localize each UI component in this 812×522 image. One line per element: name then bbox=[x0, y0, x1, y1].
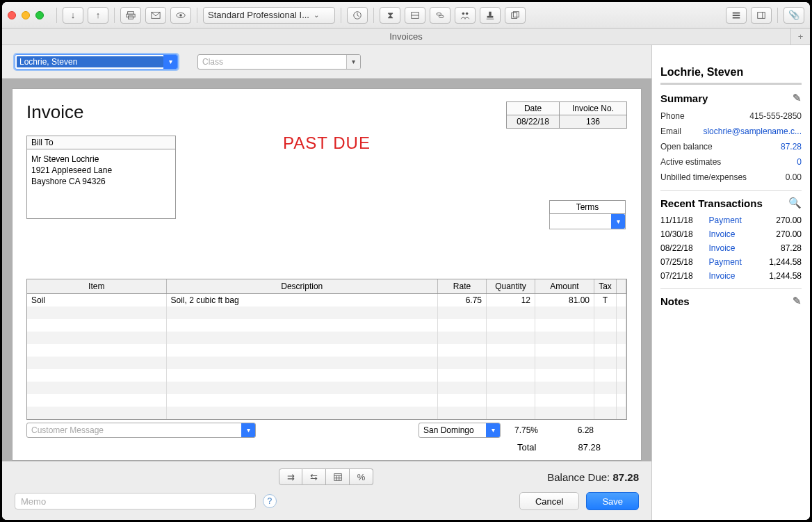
cell-rate[interactable]: 6.75 bbox=[438, 294, 487, 307]
minimize-window-button[interactable] bbox=[22, 11, 30, 19]
divider bbox=[660, 83, 802, 85]
svg-rect-21 bbox=[758, 12, 765, 18]
svg-point-10 bbox=[439, 15, 444, 18]
cell-tax[interactable]: T bbox=[594, 294, 617, 307]
close-window-button[interactable] bbox=[8, 11, 16, 19]
transaction-row[interactable]: 07/21/18Invoice1,244.58 bbox=[660, 269, 802, 283]
drawer-button[interactable] bbox=[405, 7, 425, 24]
panel-icon bbox=[756, 10, 766, 20]
payment-button[interactable] bbox=[430, 7, 450, 24]
invno-value[interactable]: 136 bbox=[560, 115, 626, 128]
active-estimates-value[interactable]: 0 bbox=[797, 157, 802, 167]
active-estimates-label: Active estimates bbox=[660, 157, 721, 167]
col-qty: Quantity bbox=[487, 279, 535, 294]
transaction-row[interactable]: 08/22/18Invoice87.28 bbox=[660, 241, 802, 255]
tx-type[interactable]: Invoice bbox=[709, 271, 751, 281]
tx-type[interactable]: Invoice bbox=[709, 229, 751, 239]
tx-date: 08/22/18 bbox=[660, 243, 699, 253]
past-due-watermark: PAST DUE bbox=[283, 133, 371, 153]
svg-rect-0 bbox=[128, 11, 134, 14]
question-icon: ? bbox=[268, 496, 273, 506]
class-select[interactable]: Class ▾ bbox=[197, 54, 361, 70]
tax-percent: 7.75% bbox=[514, 425, 538, 435]
percent-button[interactable]: % bbox=[350, 468, 373, 485]
invoice-document: Invoice Date 08/22/18 Invoice No. 136 bbox=[12, 88, 642, 461]
tx-amount: 87.28 bbox=[760, 243, 802, 253]
tx-type[interactable]: Payment bbox=[709, 257, 751, 267]
cell-qty[interactable]: 12 bbox=[487, 294, 535, 307]
clock-icon bbox=[352, 10, 362, 20]
history-button[interactable] bbox=[347, 7, 368, 24]
tx-type[interactable]: Invoice bbox=[709, 243, 751, 253]
date-value[interactable]: 08/22/18 bbox=[507, 115, 559, 128]
new-tab-button[interactable]: + bbox=[790, 28, 810, 44]
tax-amount: 6.28 bbox=[552, 425, 594, 435]
panel-view-button[interactable] bbox=[751, 7, 772, 24]
next-record-button[interactable]: ↑ bbox=[88, 7, 108, 24]
help-button[interactable]: ? bbox=[263, 494, 277, 508]
open-balance-value[interactable]: 87.28 bbox=[781, 142, 802, 152]
customer-select-value: Lochrie, Steven bbox=[17, 56, 163, 67]
balance-due-value: 87.28 bbox=[612, 471, 639, 483]
list-view-button[interactable] bbox=[726, 7, 747, 24]
template-label: Standard Professional I... bbox=[208, 10, 309, 20]
cell-desc[interactable]: Soil, 2 cubic ft bag bbox=[166, 294, 438, 307]
email-value[interactable]: slochrie@samplename.c... bbox=[703, 127, 802, 136]
transaction-row[interactable]: 10/30/18Invoice270.00 bbox=[660, 227, 802, 241]
memo-input[interactable]: Memo bbox=[15, 493, 256, 509]
edit-summary-button[interactable]: ✎ bbox=[793, 92, 802, 104]
window-controls bbox=[8, 11, 44, 19]
bill-to-body[interactable]: Mr Steven Lochrie 1921 Appleseed Lane Ba… bbox=[26, 149, 176, 219]
svg-rect-17 bbox=[513, 11, 519, 17]
transaction-row[interactable]: 11/11/18Payment270.00 bbox=[660, 213, 802, 227]
date-header: Date bbox=[507, 102, 559, 115]
svg-point-11 bbox=[462, 12, 465, 15]
stamp-button[interactable] bbox=[480, 7, 501, 24]
col-tax: Tax bbox=[594, 279, 617, 294]
tx-date: 11/11/18 bbox=[660, 215, 699, 225]
total-label: Total bbox=[517, 442, 536, 452]
customer-message-select[interactable]: Customer Message ▾ bbox=[26, 423, 256, 438]
email-button[interactable] bbox=[145, 7, 166, 24]
arrow-up-icon: ↑ bbox=[96, 10, 101, 20]
save-button[interactable]: Save bbox=[586, 492, 639, 510]
line-items-grid[interactable]: Item Description Rate Quantity Amount Ta… bbox=[26, 279, 627, 420]
open-balance-label: Open balance bbox=[660, 142, 713, 152]
summary-header: Summary bbox=[660, 92, 708, 104]
customers-button[interactable] bbox=[455, 7, 476, 24]
terms-select[interactable]: ▾ bbox=[549, 214, 626, 229]
eye-icon bbox=[176, 10, 186, 20]
reassign-button[interactable]: ⇆ bbox=[302, 468, 326, 485]
tax-jurisdiction-select[interactable]: San Domingo ▾ bbox=[419, 423, 501, 438]
chevron-down-icon: ▾ bbox=[611, 214, 625, 229]
chevron-down-icon: ▾ bbox=[346, 55, 360, 69]
bill-to-line: Mr Steven Lochrie bbox=[31, 154, 171, 165]
split-button[interactable]: ⇉ bbox=[279, 468, 302, 485]
template-select[interactable]: Standard Professional I...⌄ bbox=[203, 7, 335, 24]
preview-button[interactable] bbox=[170, 7, 191, 24]
svg-rect-13 bbox=[489, 11, 492, 15]
transaction-row[interactable]: 07/25/18Payment1,244.58 bbox=[660, 255, 802, 269]
line-row[interactable]: Soil Soil, 2 cubic ft bag 6.75 12 81.00 … bbox=[27, 294, 626, 307]
invno-header: Invoice No. bbox=[560, 102, 626, 115]
edit-notes-button[interactable]: ✎ bbox=[793, 295, 802, 307]
customer-select[interactable]: Lochrie, Steven ▾ bbox=[15, 54, 178, 70]
plus-icon: + bbox=[798, 31, 804, 42]
zoom-window-button[interactable] bbox=[35, 11, 44, 19]
panel-customer-name: Lochrie, Steven bbox=[660, 66, 802, 79]
class-placeholder: Class bbox=[198, 57, 346, 67]
tx-type[interactable]: Payment bbox=[709, 215, 751, 225]
journal-button[interactable]: ⧗ bbox=[380, 7, 400, 24]
cell-amount[interactable]: 81.00 bbox=[535, 294, 594, 307]
svg-rect-23 bbox=[334, 474, 341, 481]
prev-record-button[interactable]: ↓ bbox=[63, 7, 83, 24]
attach-button[interactable]: 📎 bbox=[783, 7, 804, 24]
cancel-button[interactable]: Cancel bbox=[519, 492, 579, 510]
calendar-button[interactable] bbox=[326, 468, 350, 485]
batch-button[interactable] bbox=[505, 7, 526, 24]
col-rate: Rate bbox=[438, 279, 487, 294]
print-button[interactable] bbox=[120, 7, 141, 24]
search-transactions-button[interactable]: 🔍 bbox=[788, 197, 802, 209]
customer-panel: Lochrie, Steven Summary ✎ Phone415-555-2… bbox=[651, 45, 810, 520]
cell-item[interactable]: Soil bbox=[27, 294, 166, 307]
